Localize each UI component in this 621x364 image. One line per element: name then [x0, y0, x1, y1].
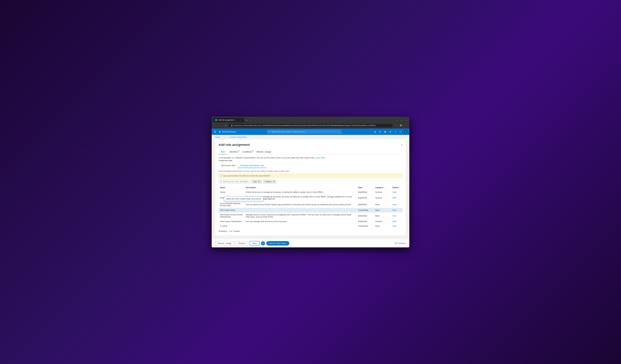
new-tab-button[interactable]: + [245, 118, 249, 122]
row-uaa-category: General [374, 219, 391, 224]
tooltip-text: Select the 'C4C Custom Role' from the li… [226, 198, 261, 200]
tab-members[interactable]: Members [227, 150, 240, 154]
table-row[interactable]: Z_Admin CustomRole None View [219, 224, 402, 228]
main-content: Add role assignment ··· × Role Members C… [215, 140, 406, 236]
instruction-bubble: Click the 'Next' button. [266, 241, 290, 246]
row-access-review-details[interactable]: View [391, 201, 402, 208]
active-tab[interactable]: A Add role assignment - Micros... × [213, 118, 244, 122]
upload-button[interactable]: ⬇ [378, 129, 382, 134]
back-button[interactable]: ← [213, 124, 217, 127]
hamburger-menu[interactable]: ☰ [213, 130, 217, 134]
search-box[interactable]: 🔍 [219, 180, 250, 183]
panel-close-button[interactable]: × [401, 143, 402, 146]
row-access-review-type: BuiltInRole [357, 201, 374, 208]
browser-close-button[interactable]: × [404, 118, 408, 122]
bookmark-button[interactable]: ☆ [394, 124, 398, 127]
tab-close-button[interactable]: × [240, 119, 242, 121]
warning-row: ⚠ Can a job function role with less acce… [219, 174, 402, 178]
lock-icon: 🔒 [231, 125, 233, 127]
row-c4c-category: None [374, 208, 391, 212]
azure-topbar: ☰ Microsoft Azure 🔍 Search resources, se… [212, 129, 409, 135]
row-access-review-desc: Lets you grant Access Review System app … [244, 201, 357, 208]
next-button[interactable]: Next [250, 241, 259, 246]
grant-text: Grant privileged administrator access, s… [219, 170, 402, 172]
row-owner-details[interactable]: View [391, 190, 402, 194]
showing-text: Showing 1 - 7 of 7 results. [219, 230, 402, 232]
search-input[interactable] [223, 181, 249, 183]
desc-sort-icon: ↑↓ [257, 187, 258, 189]
row-rbac-type: BuiltInRole [357, 212, 374, 219]
azure-logo: Microsoft Azure [218, 130, 236, 133]
row-zadmin-details[interactable]: View [391, 224, 402, 228]
breadcrumb-iam[interactable]: Access control (IAM) [230, 136, 246, 138]
tab-favicon: A [215, 119, 217, 121]
tab-role[interactable]: Role [219, 150, 227, 154]
help-button[interactable]: ? [393, 129, 398, 134]
refresh-button[interactable]: ↻ [224, 124, 228, 127]
table-row[interactable]: Role Based Access Control Administrator … [219, 212, 402, 219]
feedback-icon: 💬 [395, 242, 397, 244]
row-zadmin-type: CustomRole [357, 224, 374, 228]
col-description[interactable]: Description ↑↓ [244, 185, 357, 190]
warning-icon: ⚠ [220, 174, 222, 177]
feedback-button[interactable]: 💬 Feedback [395, 242, 406, 244]
azure-logo-text: Microsoft Azure [222, 131, 236, 133]
row-c4c-desc [244, 208, 357, 212]
forward-button[interactable]: → [219, 124, 223, 127]
notifications-button[interactable]: 🔔 [383, 129, 388, 134]
category-sort-icon: ↑↓ [384, 187, 386, 189]
row-owner-category: General [374, 190, 391, 194]
table-row[interactable]: Owner Grants full access to manage all r… [219, 190, 402, 194]
table-row-selected[interactable]: C4C Custom Role CustomRole None View [219, 208, 402, 212]
maximize-button[interactable]: □ [399, 118, 404, 122]
learn-more-link[interactable]: Learn more [315, 157, 325, 159]
tab-conditions[interactable]: Conditions [240, 150, 254, 154]
minimize-button[interactable]: ─ [395, 118, 399, 122]
row-rbac-desc: Manage access to Azure resources by assi… [244, 212, 357, 219]
row-c4c-details[interactable]: View [391, 208, 402, 212]
row-c4c-type: CustomRole [357, 208, 374, 212]
row-rbac-details[interactable]: View [391, 212, 402, 219]
row-access-review-name: Access Review Operator Service Role [219, 201, 244, 208]
review-assign-button[interactable]: Review + assign [215, 241, 234, 246]
extensions-button[interactable]: 🧩 [399, 124, 403, 127]
table-row[interactable]: User Access Administrator Lets you manag… [219, 219, 402, 224]
breadcrumb-subscription[interactable] [222, 136, 228, 138]
row-owner-desc: Grants full access to manage all resourc… [244, 190, 357, 194]
more-options-button[interactable]: ⋮ [404, 124, 408, 127]
address-bar[interactable]: 🔒 portal.azure.com/#view/Microsoft_Azure… [229, 124, 393, 127]
row-uaa-details[interactable]: View [391, 219, 402, 224]
row-contributor-details[interactable]: View [391, 194, 402, 201]
type-filter[interactable]: Type : All [252, 180, 262, 183]
breadcrumb-sep-2: › [229, 137, 229, 138]
col-type[interactable]: Type ↑↓ [357, 185, 374, 190]
row-uaa-type: BuiltInRole [357, 219, 374, 224]
search-placeholder: Search resources, services, and docs (G+… [272, 131, 305, 133]
subtab-job-function[interactable]: Job function roles [219, 163, 238, 168]
row-zadmin-desc [244, 224, 357, 228]
row-rbac-category: None [374, 212, 391, 219]
feedback-button[interactable]: 🌐 [398, 129, 403, 134]
col-name[interactable]: Name ↑↓ [219, 185, 244, 190]
category-filter[interactable]: Category : All [263, 180, 276, 183]
feedback-label: Feedback [398, 242, 406, 244]
panel-title-row: Add role assignment ··· × [219, 143, 402, 147]
tab-bar: A Add role assignment - Micros... × + ─ … [212, 117, 409, 122]
azure-search[interactable]: 🔍 Search resources, services, and docs (… [267, 130, 342, 134]
user-avatar[interactable]: A [404, 130, 408, 134]
tab-review-assign[interactable]: Review + assign [254, 150, 273, 154]
cloud-shell-button[interactable]: ⊞ [373, 129, 377, 134]
breadcrumb-home[interactable]: Home [215, 136, 220, 138]
browser-controls: ← → ↻ 🔒 portal.azure.com/#view/Microsoft… [212, 122, 409, 129]
settings-button[interactable]: ⚙ [388, 129, 393, 134]
members-tab-dot [239, 150, 239, 151]
azure-portal: ☰ Microsoft Azure 🔍 Search resources, se… [212, 129, 409, 247]
row-contributor-category: General [374, 194, 391, 201]
row-uaa-name: User Access Administrator [219, 219, 244, 224]
row-owner-name: Owner [219, 190, 244, 194]
table-row[interactable]: Access Review Operator Service Role Lets… [219, 201, 402, 208]
previous-button[interactable]: Previous [236, 241, 248, 246]
col-category[interactable]: Category ↑↓ [374, 185, 391, 190]
row-uaa-desc: Lets you manage user access to Azure res… [244, 219, 357, 224]
subtab-privileged-admin[interactable]: Privileged administrator roles [238, 163, 266, 168]
